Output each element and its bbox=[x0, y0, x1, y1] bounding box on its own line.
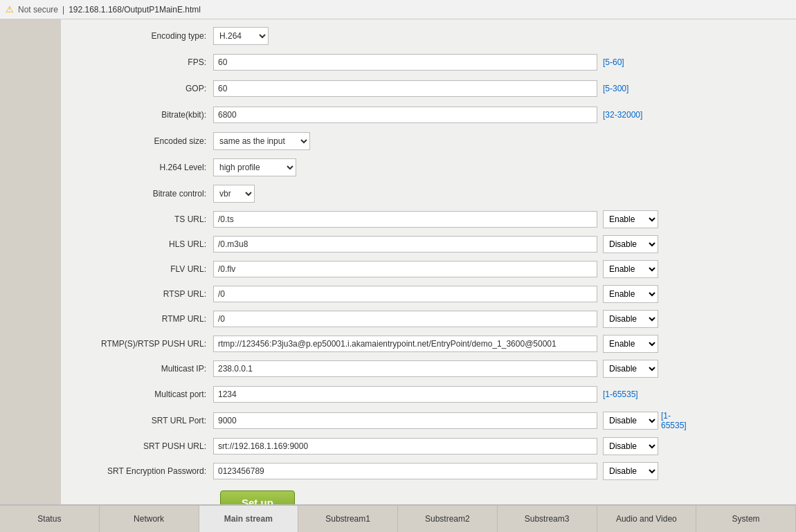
hls-url-label: HLS URL: bbox=[75, 239, 213, 249]
srt-url-port-status-select[interactable]: Disable Enable bbox=[603, 412, 658, 430]
tab-substream2[interactable]: Substream2 bbox=[398, 506, 498, 532]
rtmp-url-label: RTMP URL: bbox=[75, 314, 213, 324]
url-bar[interactable]: 192.168.1.168/OutputP1MainE.html bbox=[69, 5, 201, 15]
srt-url-port-label: SRT URL Port: bbox=[75, 416, 213, 425]
flv-url-status-select[interactable]: Enable Disable bbox=[603, 260, 658, 278]
bitrate-hint: [32-32000] bbox=[603, 110, 642, 120]
bitrate-control-label: Bitrate control: bbox=[75, 189, 213, 199]
gop-row: GOP: [5-300] bbox=[75, 79, 782, 98]
tab-substream1[interactable]: Substream1 bbox=[298, 506, 398, 532]
tab-system-label: System bbox=[732, 514, 760, 524]
fps-hint: [5-60] bbox=[603, 57, 624, 67]
srt-url-port-input[interactable] bbox=[213, 412, 597, 429]
tab-status-label: Status bbox=[37, 514, 61, 524]
encoded-size-row: Encoded size: same as the input 1920x108… bbox=[75, 131, 782, 151]
browser-bar: ⚠ Not secure | 192.168.1.168/OutputP1Mai… bbox=[0, 0, 796, 19]
h264-level-select[interactable]: high profile main profile baseline bbox=[213, 158, 296, 176]
tab-network[interactable]: Network bbox=[100, 506, 199, 532]
tab-substream3[interactable]: Substream3 bbox=[498, 506, 597, 532]
encoding-type-row: Encoding type: H.264 H.265 MJPEG bbox=[75, 26, 782, 46]
ts-url-label: TS URL: bbox=[75, 214, 213, 224]
tab-substream2-label: Substream2 bbox=[425, 514, 470, 524]
flv-url-label: FLV URL: bbox=[75, 264, 213, 274]
encoding-type-select[interactable]: H.264 H.265 MJPEG bbox=[213, 27, 269, 45]
ts-url-row: TS URL: Enable Disable bbox=[75, 210, 782, 228]
rtmp-push-label: RTMP(S)/RTSP PUSH URL: bbox=[75, 339, 213, 349]
srt-push-url-input[interactable] bbox=[213, 438, 597, 455]
bitrate-label: Bitrate(kbit): bbox=[75, 110, 213, 120]
fps-label: FPS: bbox=[75, 57, 213, 67]
multicast-port-hint: [1-65535] bbox=[603, 389, 638, 399]
rtsp-url-input[interactable] bbox=[213, 286, 597, 302]
warning-icon: ⚠ bbox=[6, 4, 14, 15]
rtmp-url-input[interactable] bbox=[213, 311, 597, 327]
rtmp-push-input[interactable] bbox=[213, 336, 597, 352]
ts-url-status-select[interactable]: Enable Disable bbox=[603, 210, 658, 228]
multicast-port-input[interactable] bbox=[213, 386, 597, 403]
rtsp-url-row: RTSP URL: Enable Disable bbox=[75, 285, 782, 303]
tab-bar: Status Network Main stream Substream1 Su… bbox=[0, 504, 796, 532]
srt-enc-row: SRT Encryption Password: Disable Enable bbox=[75, 462, 782, 480]
multicast-port-label: Multicast port: bbox=[75, 389, 213, 399]
h264-level-label: H.264 Level: bbox=[75, 163, 213, 172]
encoded-size-label: Encoded size: bbox=[75, 136, 213, 146]
flv-url-input[interactable] bbox=[213, 261, 597, 277]
separator: | bbox=[62, 5, 64, 15]
gop-label: GOP: bbox=[75, 84, 213, 93]
tab-status[interactable]: Status bbox=[0, 506, 100, 532]
fps-row: FPS: [5-60] bbox=[75, 53, 782, 72]
bitrate-control-row: Bitrate control: vbr cbr bbox=[75, 184, 782, 203]
multicast-port-row: Multicast port: [1-65535] bbox=[75, 385, 782, 404]
tab-substream3-label: Substream3 bbox=[525, 514, 570, 524]
rtmp-push-row: RTMP(S)/RTSP PUSH URL: Enable Disable bbox=[75, 335, 782, 353]
bitrate-control-select[interactable]: vbr cbr bbox=[213, 185, 255, 203]
sidebar bbox=[0, 19, 61, 504]
srt-push-url-status-select[interactable]: Disable Enable bbox=[603, 437, 658, 455]
tab-system[interactable]: System bbox=[696, 506, 796, 532]
srt-enc-input[interactable] bbox=[213, 463, 597, 479]
rtsp-url-label: RTSP URL: bbox=[75, 289, 213, 299]
h264-level-row: H.264 Level: high profile main profile b… bbox=[75, 158, 782, 177]
fps-input[interactable] bbox=[213, 54, 597, 71]
encoding-type-label: Encoding type: bbox=[75, 31, 213, 41]
srt-hint-line2: 65535] bbox=[661, 421, 687, 430]
tab-main-stream[interactable]: Main stream bbox=[199, 506, 299, 532]
srt-enc-status-select[interactable]: Disable Enable bbox=[603, 462, 658, 480]
tab-network-label: Network bbox=[134, 514, 164, 524]
flv-url-row: FLV URL: Enable Disable bbox=[75, 260, 782, 278]
encoded-size-select[interactable]: same as the input 1920x1080 1280x720 640… bbox=[213, 132, 310, 150]
gop-hint: [5-300] bbox=[603, 84, 628, 93]
gop-input[interactable] bbox=[213, 80, 597, 97]
multicast-ip-label: Multicast IP: bbox=[75, 364, 213, 374]
srt-url-port-row: SRT URL Port: Disable Enable [1- 65535] bbox=[75, 411, 782, 430]
main-content: Encoding type: H.264 H.265 MJPEG FPS: [5… bbox=[0, 19, 796, 504]
hls-url-row: HLS URL: Disable Enable bbox=[75, 235, 782, 253]
srt-hint-line1: [1- bbox=[661, 411, 687, 421]
tab-audio-video-label: Audio and Video bbox=[616, 514, 677, 524]
tab-main-stream-label: Main stream bbox=[224, 514, 273, 524]
srt-push-url-row: SRT PUSH URL: Disable Enable bbox=[75, 437, 782, 455]
hls-url-status-select[interactable]: Disable Enable bbox=[603, 235, 658, 253]
multicast-ip-status-select[interactable]: Disable Enable bbox=[603, 360, 658, 378]
setup-btn-row: Set up bbox=[75, 487, 782, 504]
tab-substream1-label: Substream1 bbox=[325, 514, 370, 524]
bitrate-input[interactable] bbox=[213, 107, 597, 123]
tab-audio-video[interactable]: Audio and Video bbox=[597, 506, 697, 532]
srt-enc-label: SRT Encryption Password: bbox=[75, 466, 213, 476]
ts-url-input[interactable] bbox=[213, 211, 597, 228]
setup-button[interactable]: Set up bbox=[220, 490, 295, 504]
srt-push-url-label: SRT PUSH URL: bbox=[75, 441, 213, 451]
rtmp-url-status-select[interactable]: Disable Enable bbox=[603, 310, 658, 328]
hls-url-input[interactable] bbox=[213, 236, 597, 253]
form-area: Encoding type: H.264 H.265 MJPEG FPS: [5… bbox=[61, 19, 796, 504]
rtmp-push-status-select[interactable]: Enable Disable bbox=[603, 335, 658, 353]
rtmp-url-row: RTMP URL: Disable Enable bbox=[75, 310, 782, 328]
multicast-ip-input[interactable] bbox=[213, 360, 597, 377]
rtsp-url-status-select[interactable]: Enable Disable bbox=[603, 285, 658, 303]
not-secure-label: Not secure bbox=[18, 5, 58, 15]
bitrate-row: Bitrate(kbit): [32-32000] bbox=[75, 105, 782, 125]
multicast-ip-row: Multicast IP: Disable Enable bbox=[75, 360, 782, 378]
